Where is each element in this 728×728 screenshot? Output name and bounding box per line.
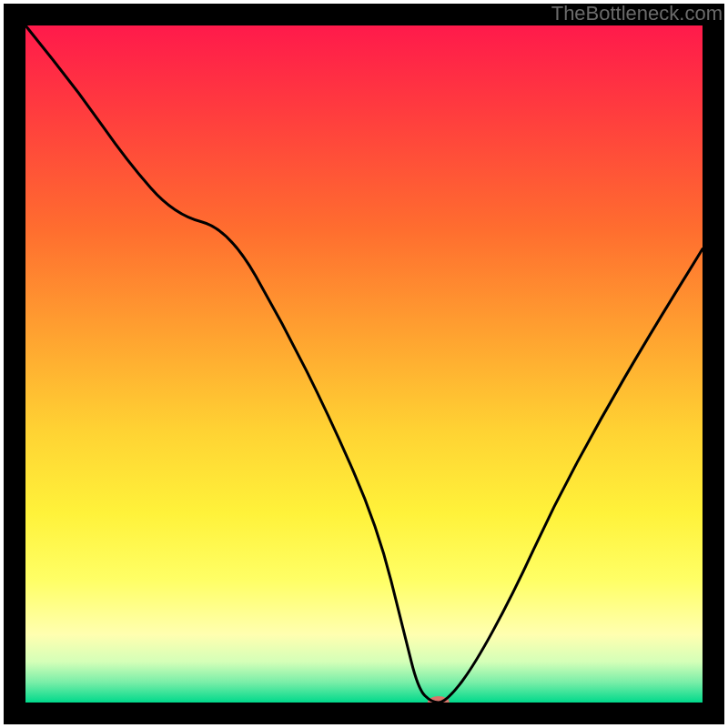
watermark-text: TheBottleneck.com: [551, 2, 723, 25]
gradient-background: [25, 25, 703, 703]
chart-container: TheBottleneck.com: [0, 0, 728, 728]
bottleneck-chart: [0, 0, 728, 728]
